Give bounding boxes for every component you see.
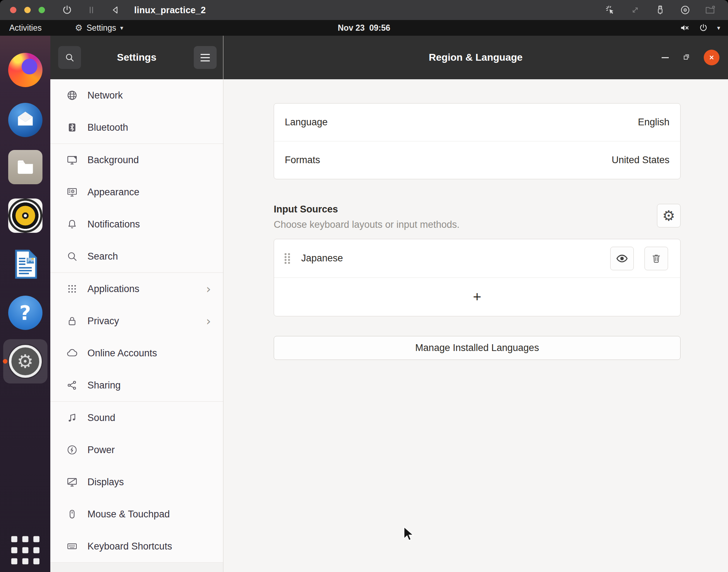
region-language-page: Language English Formats United States I… <box>223 79 728 572</box>
desktop: ? ⚙ Settings <box>0 36 728 572</box>
chevron-right-icon: › <box>206 315 211 327</box>
window-controls <box>662 36 719 79</box>
sidebar-item-label: Privacy <box>87 316 119 327</box>
manage-installed-languages-button[interactable]: Manage Installed Languages <box>274 336 681 360</box>
settings-window: Settings Network Bluetooth Ba <box>50 36 728 572</box>
view-layout-button[interactable] <box>610 247 634 270</box>
sidebar-item-online-accounts[interactable]: Online Accounts <box>50 337 223 369</box>
language-label: Language <box>285 117 328 128</box>
sidebar-item-label: Keyboard Shortcuts <box>87 541 172 552</box>
formats-label: Formats <box>285 155 320 166</box>
dock-rhythmbox-icon[interactable] <box>8 199 42 233</box>
sidebar-item-label: Displays <box>87 477 124 488</box>
dock-help-icon[interactable]: ? <box>8 296 42 330</box>
sidebar-item-background[interactable]: Background <box>50 144 223 176</box>
sidebar-item-displays[interactable]: Displays <box>50 466 223 498</box>
vm-back-icon[interactable] <box>110 4 121 16</box>
language-row[interactable]: Language English <box>274 104 680 141</box>
main-pane: Region & Language Languag <box>223 36 728 572</box>
dock-libreoffice-writer-icon[interactable] <box>8 247 42 281</box>
sidebar-item-label: Mouse & Touchpad <box>87 509 170 520</box>
input-sources-options-button[interactable]: ⚙ <box>657 204 681 227</box>
remove-source-button[interactable] <box>644 247 668 270</box>
system-status-area[interactable]: ▾ <box>679 20 720 36</box>
gear-icon: ⚙ <box>662 209 675 223</box>
sidebar-item-label: Applications <box>87 284 140 295</box>
shared-folder-icon[interactable] <box>704 4 716 16</box>
envelope-icon <box>14 109 36 131</box>
clock-button[interactable]: Nov 23 09:56 <box>338 20 390 36</box>
usb-icon[interactable] <box>654 4 666 16</box>
dock-settings-icon[interactable]: ⚙ <box>3 339 47 383</box>
trash-icon <box>650 252 662 265</box>
restore-icon <box>682 52 691 62</box>
minimize-button[interactable] <box>662 57 669 58</box>
traffic-minimize-button[interactable] <box>24 7 31 13</box>
drag-handle-icon[interactable] <box>283 252 292 265</box>
caret-down-icon: ▾ <box>717 25 720 31</box>
activities-button[interactable]: Activities <box>9 20 42 36</box>
music-note-icon <box>66 412 78 424</box>
vm-power-icon[interactable] <box>61 4 73 16</box>
traffic-close-button[interactable] <box>10 7 16 13</box>
power-circle-icon <box>66 444 78 456</box>
traffic-zoom-button[interactable] <box>39 7 45 13</box>
mouse-icon <box>66 508 78 520</box>
dock-thunderbird-icon[interactable] <box>8 103 42 137</box>
dock-files-icon[interactable] <box>8 150 42 184</box>
sidebar-item-label: Notifications <box>87 219 140 230</box>
sidebar-item-bluetooth[interactable]: Bluetooth <box>50 111 223 144</box>
dock-firefox-icon[interactable] <box>8 53 42 87</box>
sidebar-item-applications[interactable]: Applications › <box>50 273 223 305</box>
sidebar-item-sound[interactable]: Sound <box>50 402 223 434</box>
input-sources-header: Input Sources Choose keyboard layouts or… <box>274 204 681 230</box>
input-source-actions <box>610 247 668 270</box>
optical-disc-icon[interactable] <box>679 4 691 16</box>
sidebar-item-label: Bluetooth <box>87 122 128 133</box>
sidebar-item-keyboard-shortcuts[interactable]: Keyboard Shortcuts <box>50 530 223 562</box>
formats-row[interactable]: Formats United States <box>274 141 680 179</box>
search-button[interactable] <box>58 46 81 69</box>
sidebar-item-label: Sharing <box>87 380 121 391</box>
add-input-source-button[interactable]: + <box>274 278 680 316</box>
mouse-cursor <box>403 526 415 542</box>
app-menu-button[interactable]: ⚙ Settings ▾ <box>75 20 123 36</box>
primary-menu-button[interactable] <box>194 46 217 69</box>
sidebar-list: Network Bluetooth Background Appearance <box>50 79 223 572</box>
vm-titlebar: linux_practice_2 <box>0 0 728 20</box>
sidebar-item-appearance[interactable]: Appearance <box>50 176 223 208</box>
sidebar-item-sharing[interactable]: Sharing <box>50 369 223 401</box>
pointer-click-icon[interactable] <box>605 4 616 16</box>
show-applications-button[interactable] <box>11 536 39 565</box>
vm-window-title: linux_practice_2 <box>134 5 206 15</box>
dock: ? ⚙ <box>0 36 50 572</box>
sidebar-item-search[interactable]: Search <box>50 240 223 272</box>
language-value: English <box>638 117 669 128</box>
keyboard-icon <box>66 540 78 552</box>
maximize-button[interactable] <box>682 52 691 63</box>
gnome-top-bar: Activities ⚙ Settings ▾ Nov 23 09:56 ▾ <box>0 20 728 36</box>
input-source-row-japanese[interactable]: Japanese <box>274 239 680 277</box>
sidebar-item-notifications[interactable]: Notifications <box>50 208 223 240</box>
input-sources-subtitle: Choose keyboard layouts or input methods… <box>274 219 460 230</box>
network-icon <box>66 89 78 101</box>
app-menu-label: Settings <box>87 23 116 33</box>
app-grid-icon <box>66 283 78 295</box>
vm-toolbar-right <box>605 4 716 16</box>
sidebar-item-label: Sound <box>87 412 115 423</box>
bell-icon <box>66 218 78 230</box>
page-title: Region & Language <box>429 52 523 63</box>
close-button[interactable] <box>704 50 719 65</box>
resize-diagonal-icon[interactable] <box>630 4 641 16</box>
gear-icon: ⚙ <box>75 24 83 32</box>
vm-pause-icon[interactable] <box>86 4 97 16</box>
search-icon <box>64 52 75 63</box>
sidebar-item-mouse-touchpad[interactable]: Mouse & Touchpad <box>50 498 223 530</box>
sidebar-bottom-edge <box>50 562 223 572</box>
sidebar-item-label: Network <box>87 90 123 101</box>
input-sources-title: Input Sources <box>274 204 460 215</box>
sidebar-item-privacy[interactable]: Privacy › <box>50 305 223 337</box>
sidebar-item-power[interactable]: Power <box>50 434 223 466</box>
bluetooth-icon <box>66 121 78 134</box>
sidebar-item-network[interactable]: Network <box>50 79 223 111</box>
